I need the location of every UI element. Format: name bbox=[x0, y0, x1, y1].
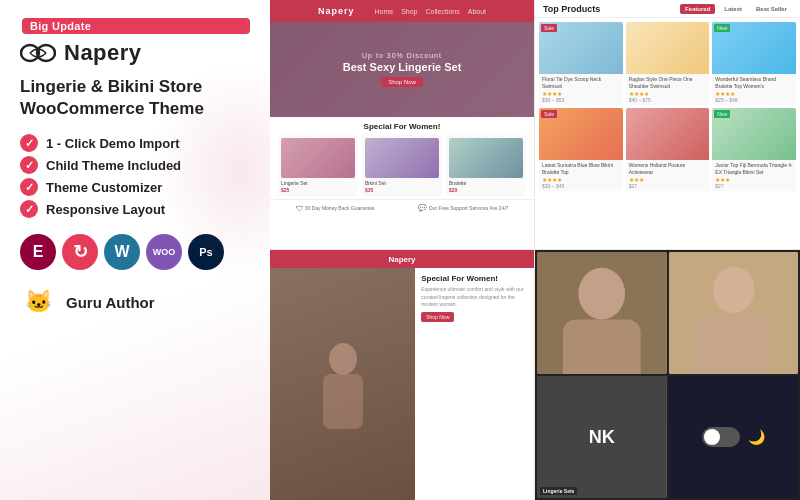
guarantee-2-text: Our Free Support Services Are 24/7 bbox=[429, 205, 508, 211]
svg-rect-6 bbox=[563, 319, 641, 374]
products-tabs: Featured Latest Best Seller bbox=[680, 4, 792, 14]
shop-nav-home: Home bbox=[374, 8, 393, 15]
toggle-thumb bbox=[704, 429, 720, 445]
shop-nav-collection: Collections bbox=[426, 8, 460, 15]
product-name-6: Junior Top Fiji Bermuda Triangle 4-EX Tr… bbox=[715, 162, 793, 175]
product-stars-2: ★★★★ bbox=[629, 90, 707, 97]
feature-item: Theme Customizer bbox=[20, 178, 250, 196]
shop-prod-name-1: Lingerie Set bbox=[281, 180, 355, 186]
product-img-4: Sale bbox=[539, 108, 623, 160]
logo-text: Napery bbox=[64, 40, 142, 66]
check-icon-4 bbox=[20, 200, 38, 218]
dark-mode-toggle[interactable]: 🌙 bbox=[702, 427, 765, 447]
collage-cell-1 bbox=[537, 252, 667, 374]
product-badge-1: Sale bbox=[541, 24, 557, 32]
tagline-line1: Lingerie & Bikini Store bbox=[20, 76, 250, 98]
photoshop-icon: Ps bbox=[188, 234, 224, 270]
feature-label-1: 1 - Click Demo Import bbox=[46, 136, 180, 151]
tagline-line2: WooCommerce Theme bbox=[20, 98, 250, 120]
svg-rect-3 bbox=[323, 374, 363, 429]
tab-latest[interactable]: Latest bbox=[719, 4, 747, 14]
product-card-1: Sale Floral Tie Dye Scoop Neck Swimsuit … bbox=[539, 22, 623, 105]
left-panel: Big Update Napery Lingerie & Bikini Stor… bbox=[0, 0, 270, 500]
shop-hero: Up to 30% Discount Best Sexy Lingerie Se… bbox=[270, 22, 534, 117]
ling-shop-button[interactable]: Shop Now bbox=[421, 312, 454, 322]
tagline: Lingerie & Bikini Store WooCommerce Them… bbox=[20, 76, 250, 120]
shop-products-row: Lingerie Set $25 Bikini Set $35 Bralette… bbox=[270, 135, 534, 196]
shop-prod-price-1: $25 bbox=[281, 187, 355, 193]
logo-row: Napery bbox=[20, 40, 250, 66]
product-badge-6: New bbox=[714, 110, 730, 118]
shop-prod-img-3 bbox=[449, 138, 523, 178]
shop-prod-name-2: Bikini Set bbox=[365, 180, 439, 186]
features-list: 1 - Click Demo Import Child Theme Includ… bbox=[20, 134, 250, 218]
shop-special-title: Special For Women! bbox=[270, 122, 534, 131]
check-icon-2 bbox=[20, 156, 38, 174]
shop-nav-mini: Home Shop Collections About bbox=[374, 8, 486, 15]
shop-prod-img-2 bbox=[365, 138, 439, 178]
collage-cell-4: 🌙 bbox=[669, 376, 799, 498]
ling-description: Experience ultimate comfort and style wi… bbox=[421, 286, 528, 309]
product-price-6: $27 bbox=[715, 183, 793, 189]
product-name-1: Floral Tie Dye Scoop Neck Swimsuit bbox=[542, 76, 620, 89]
shop-hero-button[interactable]: Shop Now bbox=[381, 77, 423, 87]
product-card-5: Womens Holland Posture Activewear ★★★ $2… bbox=[626, 108, 710, 191]
big-update-badge: Big Update bbox=[22, 18, 250, 34]
feature-item: Responsive Layout bbox=[20, 200, 250, 218]
products-preview: Top Products Featured Latest Best Seller… bbox=[535, 0, 800, 250]
ling-header: Napery bbox=[270, 250, 534, 268]
shop-prod-name-3: Bralette bbox=[449, 180, 523, 186]
svg-point-5 bbox=[578, 268, 625, 320]
collage-preview: NK Lingerie Sets 🌙 bbox=[535, 250, 800, 500]
products-title: Top Products bbox=[543, 4, 600, 14]
product-price-3: $25 – $48 bbox=[715, 97, 793, 103]
shop-prod-1: Lingerie Set $25 bbox=[278, 135, 358, 196]
toggle-track[interactable] bbox=[702, 427, 740, 447]
product-name-2: Raglan Style One Piece One Shoulder Swim… bbox=[629, 76, 707, 89]
shop-hero-title: Best Sexy Lingerie Set bbox=[343, 61, 462, 73]
shop-nav-about: About bbox=[468, 8, 486, 15]
feature-label-2: Child Theme Included bbox=[46, 158, 181, 173]
ling-header-logo: Napery bbox=[388, 255, 415, 264]
tab-featured[interactable]: Featured bbox=[680, 4, 715, 14]
product-info-3: Wonderful Seamless Brand Bralette Top Wo… bbox=[712, 74, 796, 105]
product-price-5: $27 bbox=[629, 183, 707, 189]
product-img-6: New bbox=[712, 108, 796, 160]
product-badge-3: New bbox=[714, 24, 730, 32]
svg-point-2 bbox=[329, 343, 357, 375]
right-panel: Napery Home Shop Collections About Up to… bbox=[270, 0, 800, 500]
elementor-icon: E bbox=[20, 234, 56, 270]
product-stars-6: ★★★ bbox=[715, 176, 793, 183]
moon-icon: 🌙 bbox=[748, 429, 765, 445]
guru-icon: 🐱 bbox=[20, 284, 56, 320]
feature-label-4: Responsive Layout bbox=[46, 202, 165, 217]
woocommerce-icon: WOO bbox=[146, 234, 182, 270]
products-header: Top Products Featured Latest Best Seller bbox=[535, 0, 800, 18]
feature-item: Child Theme Included bbox=[20, 156, 250, 174]
product-info-2: Raglan Style One Piece One Shoulder Swim… bbox=[626, 74, 710, 105]
shop-logo-mini: Napery bbox=[318, 6, 355, 16]
check-icon-3 bbox=[20, 178, 38, 196]
napery-logo-icon bbox=[20, 42, 56, 64]
product-stars-5: ★★★ bbox=[629, 176, 707, 183]
customizer-icon: ↻ bbox=[62, 234, 98, 270]
product-info-5: Womens Holland Posture Activewear ★★★ $2… bbox=[626, 160, 710, 191]
guarantee-2: 💬 Our Free Support Services Are 24/7 bbox=[418, 204, 508, 212]
guarantee-1: 🛡 30 Day Money Back Guarantee bbox=[296, 204, 375, 212]
svg-rect-9 bbox=[697, 316, 770, 374]
shop-preview: Napery Home Shop Collections About Up to… bbox=[270, 0, 535, 250]
product-info-1: Floral Tie Dye Scoop Neck Swimsuit ★★★★ … bbox=[539, 74, 623, 105]
tab-bestseller[interactable]: Best Seller bbox=[751, 4, 792, 14]
product-img-5 bbox=[626, 108, 710, 160]
shop-prod-price-2: $35 bbox=[365, 187, 439, 193]
product-card-6: New Junior Top Fiji Bermuda Triangle 4-E… bbox=[712, 108, 796, 191]
feature-item: 1 - Click Demo Import bbox=[20, 134, 250, 152]
product-img-3: New bbox=[712, 22, 796, 74]
author-row: 🐱 Guru Author bbox=[20, 284, 250, 320]
svg-text:NK: NK bbox=[589, 427, 615, 447]
product-stars-1: ★★★★ bbox=[542, 90, 620, 97]
ling-text-side: Special For Women! Experience ultimate c… bbox=[415, 268, 534, 500]
product-card-3: New Wonderful Seamless Brand Bralette To… bbox=[712, 22, 796, 105]
product-info-6: Junior Top Fiji Bermuda Triangle 4-EX Tr… bbox=[712, 160, 796, 191]
author-label: Guru Author bbox=[66, 294, 155, 311]
